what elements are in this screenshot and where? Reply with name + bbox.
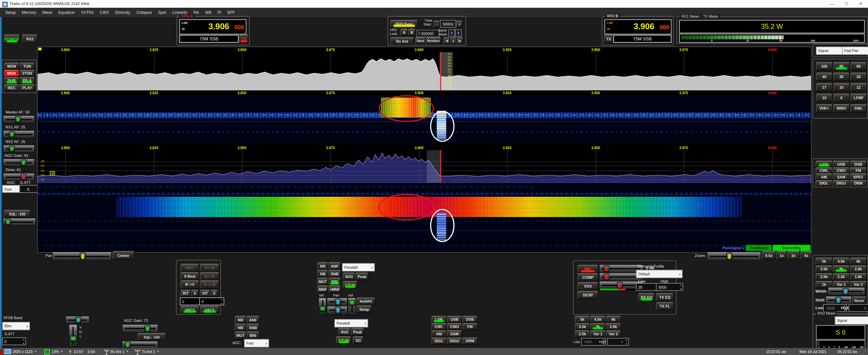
master-af-slider[interactable]	[3, 115, 35, 124]
vac1-button[interactable]: VAC1	[181, 306, 199, 314]
band-160-button[interactable]: 160	[816, 62, 833, 70]
frequency-entry[interactable]: 7.000000	[416, 30, 439, 37]
filter-18k-button[interactable]: 1.8k	[849, 273, 867, 280]
rx-antenna-status[interactable]: Rx Ant 1▼	[104, 349, 128, 354]
vfo-b-tx-button[interactable]: TX	[604, 34, 613, 43]
rx2-mode-cwu-button[interactable]: CWU	[447, 323, 462, 330]
rx2-bin-button[interactable]: BIN	[246, 331, 260, 339]
tx-meter-mode-select[interactable]: Fwd Pwr	[842, 47, 868, 55]
tx-antenna-status[interactable]: Tx Ant 1▼	[135, 349, 159, 354]
tx-fl-button[interactable]: TX FL	[656, 302, 674, 310]
mode-usb-button[interactable]: USB	[833, 161, 850, 167]
a-to-b-button[interactable]: A > B	[200, 264, 219, 272]
rx2-mode-sam-button[interactable]: SAM	[447, 330, 462, 337]
rx2-button[interactable]: RX2	[22, 34, 38, 43]
band-swl-button[interactable]: SWL	[850, 104, 867, 113]
rx1-bin-button[interactable]: BIN	[328, 277, 341, 285]
filter-45k-button[interactable]: 4.5k	[833, 258, 850, 265]
agc-gain-slider[interactable]	[3, 158, 35, 167]
band-40-button[interactable]: 40	[816, 72, 833, 81]
rx-eq-button[interactable]: RX EQ	[638, 293, 655, 301]
rx2-waterfall[interactable]	[38, 183, 811, 252]
mode-lsb-button[interactable]: LSB	[815, 161, 833, 167]
pan-slider[interactable]	[52, 252, 112, 261]
rx2-agc-gain-slider[interactable]	[122, 324, 158, 333]
rx1-waterfall[interactable]	[38, 95, 811, 143]
rx1-ctun-button[interactable]: CTUN	[343, 281, 358, 289]
rx2-vol-slider[interactable]	[69, 324, 78, 348]
band-12-button[interactable]: 12	[850, 83, 867, 91]
rit-zero-button[interactable]: 0	[191, 290, 199, 297]
menu-wave[interactable]: Wave	[39, 10, 55, 15]
rx2-filter-4k-button[interactable]: 4k	[606, 316, 621, 323]
mode-digl-button[interactable]: DIGL	[815, 180, 833, 186]
menu-bpf[interactable]: BPF	[224, 10, 238, 15]
rx2-nr-button[interactable]: NR	[235, 316, 246, 323]
rx2-mode-digu-button[interactable]: DIGU	[447, 337, 462, 345]
mic-button[interactable]: MIC	[578, 265, 598, 273]
zero-beat-button[interactable]: 0 Beat	[181, 272, 199, 280]
a-swap-b-button[interactable]: A <> B	[200, 280, 219, 289]
rx2-snb-button[interactable]: SNB	[246, 323, 260, 331]
dup-button[interactable]: DUP	[4, 77, 19, 84]
pan-center-button[interactable]: Center	[112, 251, 134, 260]
band-20-button[interactable]: 20	[850, 72, 867, 81]
rx1-vol2-slider[interactable]	[348, 298, 356, 315]
minimize-button[interactable]: —	[825, 0, 839, 8]
resize-grip[interactable]: ⋰	[863, 350, 866, 353]
rx2-filter-35k-button[interactable]: 3.5k	[575, 323, 590, 330]
mode-cwu-button[interactable]: CWU	[833, 167, 850, 174]
zoom-05x-button[interactable]: 0.5x	[762, 251, 776, 260]
rx2-mode-dsb-button[interactable]: DSB	[462, 316, 478, 323]
rx1-anf-button[interactable]: ANF	[328, 262, 341, 270]
mode-dsb-button[interactable]: DSB	[849, 161, 867, 167]
rx1-af-slider[interactable]	[3, 130, 35, 139]
restore-button[interactable]: Restore	[426, 37, 441, 45]
multirx-button[interactable]: MultiRX	[356, 298, 375, 305]
split-button[interactable]: SPLT	[181, 264, 199, 272]
psa-button[interactable]: PS-A	[19, 77, 35, 84]
rx2-filter-28k-button[interactable]: 2.8k	[606, 323, 621, 330]
rx2-sql-button[interactable]: SQL: -150	[137, 333, 166, 341]
rx-ant-button[interactable]: Rx Ant	[390, 37, 414, 45]
band-lfmf-button[interactable]: LFMF	[850, 93, 867, 102]
vfo-a-display[interactable]: LSB 3k 3.906 000	[179, 19, 246, 34]
filter-35k-button[interactable]: 3.5k	[815, 265, 833, 273]
mon-button[interactable]: MON	[4, 63, 19, 70]
rx1-mnf-button[interactable]: MNF	[317, 285, 329, 293]
band-10-button[interactable]: 10	[816, 93, 833, 102]
menu-equalizer[interactable]: Equalizer	[55, 10, 78, 15]
tx-eq-button[interactable]: TX EQ	[656, 293, 674, 301]
comp-button[interactable]: COMP	[578, 273, 598, 282]
rx1-mut-button[interactable]: MUT	[317, 277, 329, 285]
mode-digu-button[interactable]: DIGU	[833, 180, 850, 186]
width-slider[interactable]	[828, 287, 865, 296]
rx2-pan-slider[interactable]	[65, 316, 90, 324]
rx2-mode-fm-button[interactable]: FM	[462, 323, 478, 330]
band-next-button[interactable]: ▶	[457, 37, 463, 45]
rx2-ctun-button[interactable]: CTUN	[336, 336, 351, 344]
rx1-pan-slider-b[interactable]	[327, 306, 348, 315]
rx1-nb-button[interactable]: NB	[317, 270, 329, 277]
rx2-af-slider[interactable]	[3, 145, 35, 153]
dexp-button[interactable]: DEXP	[578, 291, 598, 299]
band-30-button[interactable]: 30	[833, 72, 849, 81]
filter-5k-button[interactable]: 5k	[815, 258, 833, 265]
tx-high-spinner[interactable]: 3000	[656, 283, 683, 291]
zoom-2x-button[interactable]: 2x	[787, 251, 800, 260]
rx1-peak-button[interactable]: Peak	[355, 273, 369, 280]
tun-button[interactable]: TUN	[19, 63, 35, 70]
rx1-nr-button[interactable]: NR	[317, 262, 329, 270]
tune-step-minus-button[interactable]: -	[433, 21, 440, 28]
zoom-slider[interactable]	[707, 252, 761, 261]
zoom-4x-button[interactable]: 4x	[800, 251, 813, 260]
rx2-sd-button[interactable]: SD	[353, 336, 364, 344]
rx2-nb-button[interactable]: NB	[235, 323, 246, 331]
mode-fm-button[interactable]: FM	[849, 167, 867, 174]
swap-button[interactable]: Swap	[356, 305, 372, 313]
rx2-filter-45k-button[interactable]: 4.5k	[590, 316, 606, 323]
rx1-snb-button[interactable]: SNB	[328, 270, 341, 277]
b-to-a-button[interactable]: A < B	[200, 272, 219, 280]
band-vhf-button[interactable]: VHF+	[816, 104, 833, 113]
maximize-button[interactable]: ☐	[839, 0, 854, 8]
